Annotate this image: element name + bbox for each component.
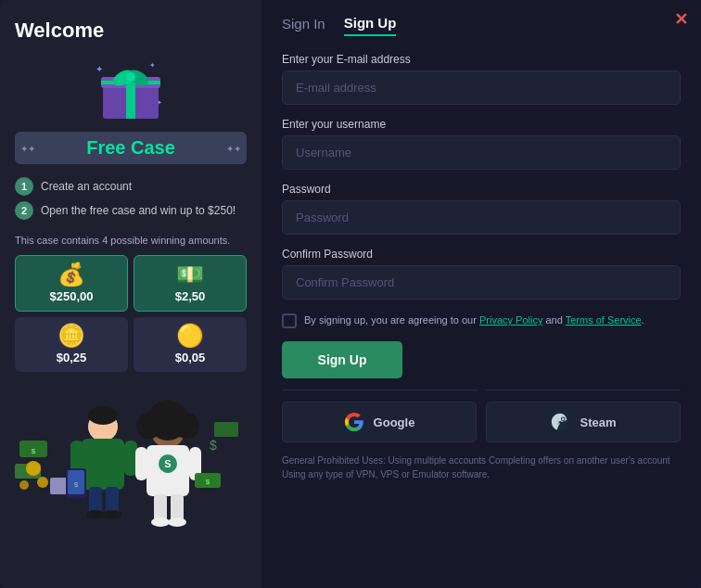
steam-label: Steam xyxy=(580,415,616,429)
svg-text:S: S xyxy=(164,458,171,469)
oauth-row: Google Steam xyxy=(282,402,681,442)
stars-left: ✦✦ xyxy=(20,143,35,153)
svg-point-18 xyxy=(88,406,118,425)
svg-rect-19 xyxy=(82,439,124,490)
email-label: Enter your E-mail address xyxy=(282,53,681,66)
password-input[interactable] xyxy=(282,200,681,235)
steam-oauth-button[interactable]: Steam xyxy=(486,402,681,442)
svg-point-28 xyxy=(103,510,121,519)
free-case-banner: ✦✦ Free Case ✦✦ xyxy=(15,132,247,164)
step-1-text: Create an account xyxy=(41,180,132,193)
svg-text:$: $ xyxy=(206,478,210,486)
prize-card-2: 💵 $2,50 xyxy=(134,255,247,312)
prize-4-amount: $0,05 xyxy=(175,351,206,364)
username-group: Enter your username xyxy=(282,118,681,170)
prize-4-icon: 🟡 xyxy=(176,325,204,347)
prizes-grid: 💰 $250,00 💵 $2,50 🪙 $0,25 🟡 $0,05 xyxy=(15,255,247,372)
svg-point-49 xyxy=(557,422,561,426)
svg-point-15 xyxy=(19,480,29,490)
step-2-text: Open the free case and win up to $250! xyxy=(41,204,236,217)
welcome-title: Welcome xyxy=(15,19,104,43)
prize-card-3: 🪙 $0,25 xyxy=(15,317,128,372)
prize-card-4: 🟡 $0,05 xyxy=(134,317,247,372)
step-1: 1 Create an account xyxy=(15,177,247,196)
svg-point-43 xyxy=(168,518,186,527)
free-case-text: Free Case xyxy=(86,137,175,158)
privacy-policy-link[interactable]: Privacy Policy xyxy=(479,314,542,326)
svg-text:✦: ✦ xyxy=(149,61,156,70)
right-panel: Sign In Sign Up Enter your E-mail addres… xyxy=(261,0,701,588)
prize-2-amount: $2,50 xyxy=(175,289,206,303)
signup-button[interactable]: Sign Up xyxy=(282,341,402,378)
stars-right: ✦✦ xyxy=(226,143,241,153)
email-input[interactable] xyxy=(282,70,681,105)
step-2-num: 2 xyxy=(15,201,33,220)
characters-area: $ $ xyxy=(15,385,247,533)
confirm-password-input[interactable] xyxy=(282,265,681,300)
confirm-password-label: Confirm Password xyxy=(282,248,681,261)
divider-left xyxy=(282,390,478,390)
case-info: This case contains 4 possible winning am… xyxy=(15,235,247,246)
svg-text:✦: ✦ xyxy=(96,64,103,74)
tab-signup[interactable]: Sign Up xyxy=(344,15,397,36)
terms-row: By signing up, you are agreeing to our P… xyxy=(282,313,681,328)
checkbox-prefix: By signing up, you are agreeing to our xyxy=(304,314,479,326)
password-group: Password xyxy=(282,183,681,235)
step-1-num: 1 xyxy=(15,177,33,196)
tab-signin[interactable]: Sign In xyxy=(282,15,325,36)
svg-text:$: $ xyxy=(74,480,79,489)
close-button[interactable]: ✕ xyxy=(674,11,688,28)
google-oauth-button[interactable]: Google xyxy=(282,402,477,442)
svg-point-31 xyxy=(136,413,162,439)
period: . xyxy=(642,314,644,326)
svg-rect-45 xyxy=(214,422,238,437)
svg-point-42 xyxy=(151,518,170,527)
svg-rect-21 xyxy=(124,441,137,476)
svg-point-48 xyxy=(562,417,565,420)
svg-point-27 xyxy=(86,510,105,519)
and-text: and xyxy=(542,314,565,326)
svg-text:✦: ✦ xyxy=(157,99,162,106)
prize-1-icon: 💰 xyxy=(57,263,85,286)
confirm-password-group: Confirm Password xyxy=(282,248,681,300)
svg-point-32 xyxy=(173,413,199,439)
prize-3-amount: $0,25 xyxy=(57,351,87,364)
tabs-row: Sign In Sign Up xyxy=(282,15,681,36)
svg-text:$: $ xyxy=(210,438,217,453)
prize-1-amount: $250,00 xyxy=(50,289,94,303)
google-icon xyxy=(344,412,364,432)
prize-card-1: 💰 $250,00 xyxy=(15,255,128,312)
username-label: Enter your username xyxy=(282,118,681,131)
terms-link[interactable]: Terms of Service xyxy=(566,314,642,326)
svg-rect-36 xyxy=(135,447,147,480)
gift-icon: ✦ ✦ ✦ xyxy=(94,54,168,128)
prize-2-icon: 💵 xyxy=(176,263,204,286)
svg-text:$: $ xyxy=(32,447,36,455)
steam-icon xyxy=(550,412,570,432)
username-input[interactable] xyxy=(282,135,681,170)
left-panel: Welcome ✦ ✦ ✦ ✦✦ Free Case ✦✦ xyxy=(0,0,261,588)
divider-row xyxy=(282,390,681,390)
terms-checkbox[interactable] xyxy=(282,313,297,328)
modal-container: ✕ Welcome ✦ ✦ ✦ ✦✦ Free Cas xyxy=(0,0,701,588)
footer-text: General Prohibited Uses: Using multiple … xyxy=(282,454,681,481)
svg-point-14 xyxy=(37,477,48,488)
steps-list: 1 Create an account 2 Open the free case… xyxy=(15,177,247,225)
terms-text: By signing up, you are agreeing to our P… xyxy=(304,313,644,328)
prize-3-icon: 🪙 xyxy=(57,325,85,347)
svg-point-13 xyxy=(26,461,41,476)
google-label: Google xyxy=(374,415,415,429)
password-label: Password xyxy=(282,183,681,196)
step-2: 2 Open the free case and win up to $250! xyxy=(15,201,247,220)
email-group: Enter your E-mail address xyxy=(282,53,681,105)
svg-point-6 xyxy=(126,72,135,82)
divider-right xyxy=(485,390,681,390)
